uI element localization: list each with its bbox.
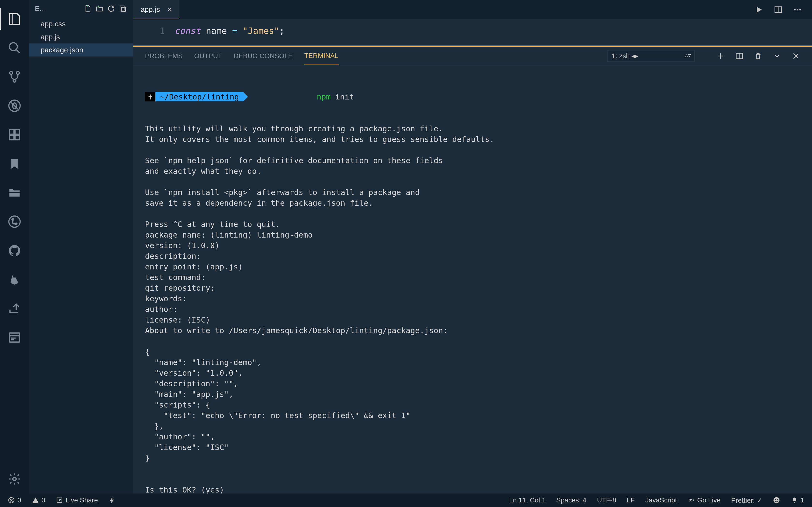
code-line[interactable]: const name = "James";	[174, 19, 812, 45]
svg-point-36	[690, 499, 692, 501]
chevron-down-icon[interactable]	[772, 51, 781, 61]
status-prettier[interactable]: Prettier: ✓	[729, 496, 764, 504]
svg-point-11	[9, 216, 20, 227]
split-editor-icon[interactable]	[773, 5, 783, 14]
svg-rect-8	[9, 135, 14, 140]
status-warnings[interactable]: 0	[30, 496, 47, 504]
split-terminal-icon[interactable]	[735, 51, 744, 61]
status-quick-action[interactable]	[107, 497, 118, 504]
svg-rect-20	[121, 7, 125, 11]
explorer-icon[interactable]	[0, 4, 29, 33]
panel-tab-output[interactable]: OUTPUT	[194, 48, 222, 64]
svg-point-23	[794, 9, 796, 10]
terminal-output: This utility will walk you through creat…	[145, 123, 800, 494]
bottom-panel: PROBLEMS OUTPUT DEBUG CONSOLE TERMINAL 1…	[134, 47, 812, 494]
status-eol[interactable]: LF	[625, 496, 637, 504]
gutter: 1	[134, 19, 174, 45]
github-icon[interactable]	[0, 236, 29, 265]
status-errors[interactable]: 0	[6, 496, 23, 504]
panel-tab-debug-console[interactable]: DEBUG CONSOLE	[234, 48, 293, 64]
tab-label: app.js	[141, 5, 160, 13]
firebase-icon[interactable]	[0, 265, 29, 294]
svg-rect-10	[15, 130, 19, 134]
svg-rect-19	[120, 6, 124, 10]
explorer-sidebar: E… app.cssapp.jspackage.json	[29, 0, 134, 494]
new-file-icon[interactable]	[82, 3, 94, 14]
prompt-symbol: ✝	[145, 92, 155, 101]
run-icon[interactable]	[754, 5, 764, 14]
svg-point-18	[13, 477, 16, 481]
svg-point-24	[797, 9, 798, 10]
terminal-selector-label: 1: zsh	[612, 52, 630, 60]
status-go-live[interactable]: Go Live	[686, 496, 723, 504]
explorer-title: E…	[35, 5, 82, 12]
bookmark-icon[interactable]	[0, 149, 29, 178]
git-circle-icon[interactable]	[0, 207, 29, 236]
collapse-all-icon[interactable]	[117, 3, 129, 14]
panel-tabs: PROBLEMS OUTPUT DEBUG CONSOLE TERMINAL 1…	[134, 47, 812, 65]
tab-close-icon[interactable]: ×	[167, 5, 172, 14]
tab-app-js[interactable]: app.js ×	[134, 0, 179, 19]
source-control-icon[interactable]	[0, 62, 29, 91]
kill-terminal-icon[interactable]	[754, 51, 763, 61]
status-indentation[interactable]: Spaces: 4	[554, 496, 589, 504]
svg-rect-7	[9, 130, 14, 134]
line-number: 1	[134, 23, 165, 39]
status-feedback[interactable]	[771, 497, 782, 504]
new-terminal-icon[interactable]	[716, 51, 725, 61]
new-folder-icon[interactable]	[94, 3, 105, 14]
folder-icon[interactable]	[0, 178, 29, 207]
svg-point-39	[777, 499, 778, 500]
editor-group: app.js × 1 const name = "James";	[134, 0, 812, 494]
svg-point-0	[9, 43, 17, 51]
status-notifications[interactable]: 1	[789, 496, 806, 504]
prompt-path: ~/Desktop/linting	[155, 92, 243, 101]
status-cursor-position[interactable]: Ln 11, Col 1	[507, 496, 548, 504]
terminal-selector[interactable]: 1: zsh ▵▿	[608, 50, 695, 62]
svg-point-13	[15, 223, 17, 225]
status-encoding[interactable]: UTF-8	[595, 496, 618, 504]
panel-tab-terminal[interactable]: TERMINAL	[304, 48, 339, 64]
svg-point-3	[16, 71, 19, 74]
activity-bar	[0, 0, 29, 494]
terminal[interactable]: ✝ ~/Desktop/linting npm init This utilit…	[134, 65, 812, 494]
no-bug-icon[interactable]	[0, 91, 29, 120]
command-binary: npm	[317, 92, 331, 101]
status-language[interactable]: JavaScript	[643, 496, 679, 504]
svg-point-25	[800, 9, 801, 10]
editor-tabs: app.js ×	[134, 0, 812, 19]
code-editor[interactable]: 1 const name = "James";	[134, 19, 812, 46]
refresh-icon[interactable]	[105, 3, 117, 14]
svg-point-12	[12, 219, 14, 220]
svg-point-37	[773, 497, 779, 503]
status-bar: 0 0 Live Share Ln 11, Col 1 Spaces: 4 UT…	[0, 494, 812, 507]
prompt-line-1: ✝ ~/Desktop/linting npm init	[145, 92, 800, 102]
extensions-icon[interactable]	[0, 120, 29, 149]
more-icon[interactable]	[793, 5, 802, 14]
file-row[interactable]: app.css	[29, 17, 134, 31]
svg-point-2	[10, 71, 12, 74]
panel-tab-problems[interactable]: PROBLEMS	[145, 48, 183, 64]
file-row[interactable]: package.json	[29, 44, 134, 56]
file-list: app.cssapp.jspackage.json	[29, 17, 134, 56]
svg-rect-9	[15, 135, 19, 140]
explorer-header: E…	[29, 0, 134, 17]
close-panel-icon[interactable]	[791, 51, 800, 61]
file-row[interactable]: app.js	[29, 31, 134, 44]
search-icon[interactable]	[0, 33, 29, 62]
status-live-share[interactable]: Live Share	[54, 496, 100, 504]
svg-line-1	[16, 50, 19, 53]
settings-gear-icon[interactable]	[0, 464, 29, 494]
svg-point-38	[775, 499, 776, 500]
panel-icon[interactable]	[0, 323, 29, 352]
editor-actions	[744, 0, 812, 19]
command-args: init	[336, 92, 354, 101]
live-share-icon[interactable]	[0, 294, 29, 323]
